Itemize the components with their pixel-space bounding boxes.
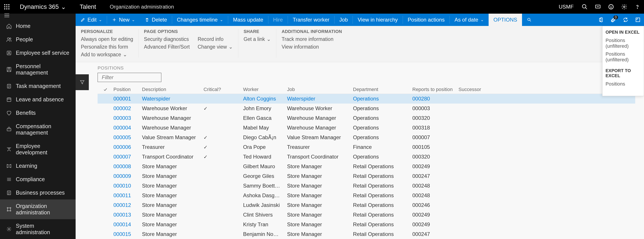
filter-pane-icon[interactable] [76, 74, 89, 90]
nav-item-leave-and-absence[interactable]: Leave and absence [0, 93, 76, 106]
smiley-icon[interactable] [604, 0, 618, 14]
col-successor[interactable]: Successor [456, 87, 500, 92]
track-more-info-link[interactable]: Track more information [282, 36, 342, 42]
transfer-worker-button[interactable]: Transfer worker [288, 14, 334, 26]
filter-input-container[interactable] [98, 73, 161, 82]
nav-item-learning[interactable]: Learning [0, 159, 76, 172]
table-row[interactable]: 000008Store ManagerGilbert MauroStore Ma… [98, 162, 635, 171]
table-row[interactable]: 000012Store ManagerLudwik JasinskiStore … [98, 200, 635, 210]
as-of-date-button[interactable]: As of date⌄ [450, 14, 488, 26]
changes-timeline-button[interactable]: Changes timeline⌄ [172, 14, 228, 26]
position-link[interactable]: 000006 [114, 144, 131, 150]
security-diagnostics-link[interactable]: Security diagnostics [144, 36, 190, 42]
feedback-icon[interactable] [591, 0, 604, 14]
open-excel-link-2[interactable]: Positions (unfiltered) [606, 50, 641, 64]
table-row[interactable]: 000004Warehouse ManagerMabel MayWarehous… [98, 123, 635, 132]
search-icon[interactable] [578, 0, 591, 14]
position-link[interactable]: 000013 [114, 212, 131, 218]
col-worker[interactable]: Worker [240, 87, 284, 92]
select-all-checkbox[interactable] [100, 87, 111, 92]
table-row[interactable]: 000003Warehouse ManagerEllen GascaWareho… [98, 113, 635, 123]
view-hierarchy-button[interactable]: View in hierarchy [353, 14, 402, 26]
position-link[interactable]: 000003 [114, 115, 131, 121]
table-row[interactable]: 000002Warehouse Worker✓John EmoryWarehou… [98, 104, 635, 113]
position-link[interactable]: 000002 [114, 105, 131, 111]
search-commands-icon[interactable] [522, 14, 536, 26]
position-link[interactable]: 000010 [114, 183, 131, 189]
app-name[interactable]: Talent [72, 3, 104, 10]
table-row[interactable]: 000006Treasurer✓Ora PopeTreasurerFinance… [98, 142, 635, 152]
hire-button[interactable]: Hire [268, 14, 288, 26]
nav-item-benefits[interactable]: Benefits [0, 106, 76, 120]
company-code[interactable]: USMF [554, 4, 578, 10]
nav-item-compliance[interactable]: Compliance [0, 172, 76, 186]
nav-item-employee-self-service[interactable]: Employee self service [0, 46, 76, 60]
refresh-icon[interactable] [620, 14, 632, 26]
position-link[interactable]: 000001 [114, 96, 131, 102]
position-link[interactable]: 000009 [114, 173, 131, 179]
new-button[interactable]: New⌄ [107, 14, 140, 26]
nav-item-organization-administration[interactable]: Organization administration [0, 200, 76, 219]
get-link-link[interactable]: Get a link⌄ [244, 36, 271, 42]
advanced-filter-link[interactable]: Advanced Filter/Sort [144, 44, 190, 50]
options-tab[interactable]: OPTIONS [488, 14, 522, 26]
table-row[interactable]: 000007Transport Coordinator✓Ted HowardTr… [98, 152, 635, 162]
position-link[interactable]: 000008 [114, 163, 131, 169]
attachments-icon[interactable]: 0 [607, 14, 620, 26]
edit-button[interactable]: Edit⌄ [76, 14, 107, 26]
table-row[interactable]: 000010Store ManagerSammy BoettcherStore … [98, 181, 635, 191]
reports-to-cell: 000318 [410, 125, 456, 131]
col-description[interactable]: Description [139, 87, 201, 92]
col-job[interactable]: Job [284, 87, 350, 92]
table-row[interactable]: 000015Store ManagerBenjamin NowellStore … [98, 229, 635, 239]
position-link[interactable]: 000005 [114, 134, 131, 140]
col-reports-to[interactable]: Reports to position [410, 87, 456, 92]
job-cell: Store Manager [284, 212, 350, 218]
nav-item-personnel-management[interactable]: Personnel management [0, 60, 76, 79]
table-row[interactable]: 000009Store ManagerGeorge GilesStore Man… [98, 171, 635, 181]
critical-cell: ✓ [201, 134, 240, 140]
nav-item-task-management[interactable]: Task management [0, 79, 76, 93]
popout-icon[interactable] [632, 14, 644, 26]
delete-button[interactable]: Delete [140, 14, 172, 26]
col-position[interactable]: Position [111, 87, 139, 92]
mass-update-button[interactable]: Mass update [228, 14, 268, 26]
nav-item-compensation-management[interactable]: Compensation management [0, 120, 76, 140]
position-link[interactable]: 000014 [114, 222, 131, 227]
app-launcher-icon[interactable] [0, 0, 14, 14]
job-button[interactable]: Job [334, 14, 353, 26]
table-row[interactable]: 000014Store ManagerKristy TranStore Mana… [98, 220, 635, 229]
nav-item-business-processes[interactable]: Business processes [0, 186, 76, 200]
change-view-link[interactable]: Change view⌄ [198, 44, 233, 50]
gear-icon[interactable] [618, 0, 631, 14]
table-row[interactable]: 000005Value Stream Manager✓Diego CabÃ¡nV… [98, 132, 635, 142]
col-department[interactable]: Department [350, 87, 410, 92]
nav-label: Compensation management [16, 123, 70, 136]
brand-dropdown[interactable]: Dynamics 365 ⌄ [14, 0, 72, 14]
command-bar: Edit⌄ New⌄ Delete Changes timeline⌄ Mass… [76, 14, 644, 26]
personalize-form-link[interactable]: Personalize this form [81, 44, 133, 50]
reports-to-cell: 000246 [410, 202, 456, 208]
nav-item-employee-development[interactable]: Employee development [0, 140, 76, 159]
filter-input[interactable] [102, 74, 168, 80]
position-link[interactable]: 000012 [114, 202, 131, 208]
always-open-editing-link[interactable]: Always open for editing [81, 36, 133, 42]
table-row[interactable]: 000011Store ManagerAshoka DasguptaStore … [98, 191, 635, 200]
nav-item-system-administration[interactable]: System administration [0, 219, 76, 239]
position-link[interactable]: 000007 [114, 154, 131, 160]
col-critical[interactable]: Critical? [201, 87, 240, 92]
export-excel-link[interactable]: Positions [606, 80, 641, 88]
open-excel-link-1[interactable]: Positions (unfiltered) [606, 36, 641, 50]
position-actions-button[interactable]: Position actions [403, 14, 450, 26]
position-link[interactable]: 000004 [114, 125, 131, 130]
nav-item-people[interactable]: People [0, 33, 76, 46]
record-info-link[interactable]: Record info [198, 36, 233, 42]
office-icon[interactable] [595, 14, 607, 26]
help-icon[interactable] [631, 0, 644, 14]
add-to-workspace-link[interactable]: Add to workspace⌄ [81, 52, 133, 58]
table-row[interactable]: 000001WaterspiderAlton CogginsWaterspide… [98, 94, 635, 104]
position-link[interactable]: 000015 [114, 231, 131, 237]
view-information-link[interactable]: View information [282, 44, 342, 50]
table-row[interactable]: 000013Store ManagerClint ShiversStore Ma… [98, 210, 635, 220]
position-link[interactable]: 000011 [114, 192, 131, 198]
